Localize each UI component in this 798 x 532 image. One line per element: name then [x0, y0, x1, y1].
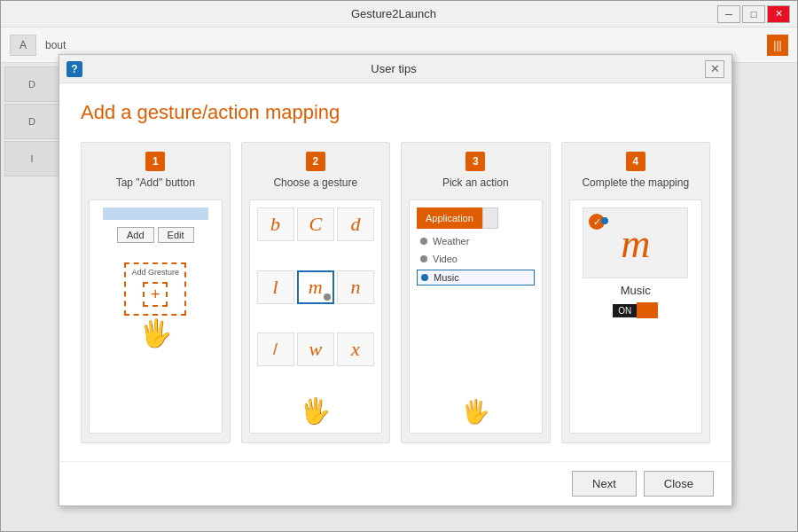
side-item-1[interactable]: D [4, 66, 59, 102]
radio-weather [420, 238, 427, 245]
window-title: Gesture2Launch [70, 7, 717, 20]
add-gesture-area: Add Gresture + 🖐 [124, 259, 186, 348]
step-4-inner: ✓ m Music ON [569, 200, 703, 434]
close-button[interactable]: Close [644, 471, 714, 497]
step-2-card: 2 Choose a gesture b C d l [241, 142, 391, 443]
action-tab-inactive [482, 207, 498, 229]
dialog-content: Add a gesture/action mapping 1 Tap "Add"… [59, 83, 732, 461]
about-link[interactable]: bout [40, 35, 71, 55]
application-tab[interactable]: Application [417, 207, 482, 229]
action-tab-bar: Application [417, 207, 535, 229]
hand-cursor-step2: 🖐 [300, 396, 331, 426]
step-4-card: 4 Complete the mapping ✓ m Music ON [561, 142, 711, 443]
step4-dot-start [601, 217, 608, 224]
dialog-heading: Add a gesture/action mapping [81, 101, 710, 124]
action-item-music[interactable]: Music [417, 270, 535, 286]
step1-button-row: Add Edit [117, 227, 194, 243]
step-4-badge: 4 [626, 152, 645, 171]
dialog-title: User tips [88, 62, 700, 75]
step-2-inner: b C d l m n / [249, 200, 383, 434]
step4-app-name: Music [621, 284, 651, 297]
step4-toggle[interactable]: ON [613, 302, 658, 318]
gesture-cell-w[interactable]: w [297, 332, 334, 366]
dialog-footer: Next Close [59, 461, 732, 505]
step-1-label: Tap "Add" button [116, 176, 195, 191]
gesture-cell-l[interactable]: l [257, 270, 294, 304]
app-background: A bout ||| D D I ? User tips ✕ Add [1, 27, 797, 531]
hand-cursor-step1: 🖐 [124, 317, 186, 348]
gesture-cell-slash[interactable]: / [257, 332, 294, 366]
next-button[interactable]: Next [572, 471, 637, 497]
gesture-cell-m[interactable]: m [297, 270, 334, 304]
step-3-label: Pick an action [442, 176, 509, 191]
step-3-badge: 3 [466, 152, 485, 171]
step-2-label: Choose a gesture [273, 176, 357, 191]
action-item-weather[interactable]: Weather [417, 234, 535, 248]
hand-cursor-step3: 🖐 [461, 398, 489, 426]
user-tips-dialog: ? User tips ✕ Add a gesture/action mappi… [59, 54, 732, 506]
edit-button[interactable]: Edit [158, 227, 194, 243]
action-list: Weather Video Music [417, 234, 535, 393]
step-1-inner: Add Edit Add Gresture + 🖐 [89, 200, 223, 434]
gesture-cell-x[interactable]: x [337, 332, 374, 366]
step4-gesture-display: ✓ m [583, 207, 688, 278]
add-gesture-label: Add Gresture [126, 268, 184, 277]
step-4-label: Complete the mapping [582, 176, 689, 191]
gesture-cell-n[interactable]: n [337, 270, 374, 304]
help-icon: ? [66, 61, 82, 77]
dialog-title-bar: ? User tips ✕ [59, 55, 732, 83]
side-item-3[interactable]: I [4, 141, 59, 176]
action-video-label: Video [433, 254, 458, 264]
main-window: Gesture2Launch ─ □ ✕ A bout ||| D D I [0, 0, 798, 532]
gesture-cell-c[interactable]: C [297, 207, 334, 241]
toggle-bar [637, 302, 658, 318]
step-3-card: 3 Pick an action Application Weather [401, 142, 551, 443]
radio-video [420, 255, 427, 262]
step-2-badge: 2 [306, 152, 325, 171]
add-gesture-box[interactable]: Add Gresture + [124, 262, 186, 316]
toggle-on-label: ON [613, 304, 637, 317]
action-music-label: Music [434, 272, 459, 283]
step4-gesture-letter: m [621, 220, 650, 267]
maximize-button[interactable]: □ [742, 5, 765, 23]
step-1-card: 1 Tap "Add" button Add Edit Add G [81, 142, 231, 443]
title-bar: Gesture2Launch ─ □ ✕ [1, 1, 797, 27]
close-window-button[interactable]: ✕ [767, 5, 790, 23]
step-3-inner: Application Weather Video [409, 200, 543, 434]
radio-music [421, 274, 428, 281]
minimize-button[interactable]: ─ [717, 5, 740, 23]
app-icon-button[interactable]: ||| [767, 35, 788, 56]
action-item-video[interactable]: Video [417, 252, 535, 266]
dialog-close-button[interactable]: ✕ [705, 60, 724, 78]
step1-text-bar [103, 207, 208, 220]
side-nav: D D I [1, 63, 63, 180]
action-weather-label: Weather [433, 236, 469, 246]
side-item-2[interactable]: D [4, 104, 59, 139]
window-controls: ─ □ ✕ [717, 5, 790, 23]
steps-row: 1 Tap "Add" button Add Edit Add G [81, 142, 710, 443]
step-1-badge: 1 [145, 152, 165, 171]
add-button[interactable]: Add [117, 227, 154, 243]
gesture-grid: b C d l m n / [257, 207, 375, 393]
gesture-cell-d[interactable]: d [337, 207, 374, 241]
gesture-cell-b[interactable]: b [257, 207, 294, 241]
plus-icon: + [143, 282, 168, 307]
app-tab-a[interactable]: A [10, 35, 36, 56]
